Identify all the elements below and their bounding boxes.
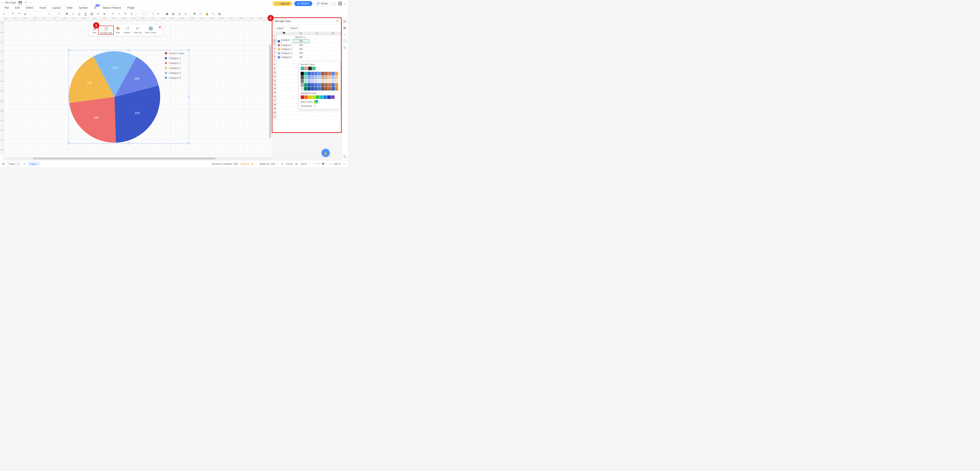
underline-icon[interactable]: U [77, 11, 82, 16]
expand-link[interactable]: Expand [241, 163, 249, 165]
color-swatch[interactable] [308, 75, 311, 79]
color-swatch[interactable] [325, 72, 328, 75]
upgrade-button[interactable]: 🛒Upgrade [273, 1, 293, 6]
cell-value[interactable]: 220 [293, 39, 309, 43]
share-button[interactable]: 🔗Share [314, 1, 330, 6]
help-icon[interactable]: ? [332, 2, 336, 6]
chart-selection-box[interactable]: 220100120150180 Sector's valueCategory 1… [68, 50, 189, 144]
col-header-b[interactable]: B [293, 32, 309, 35]
pages-list-icon[interactable]: ▤ [2, 162, 5, 165]
color-swatch[interactable] [328, 87, 331, 91]
color-swatch[interactable] [325, 79, 328, 83]
menu-edit[interactable]: Edit [15, 6, 20, 10]
color-swatch[interactable] [321, 72, 324, 75]
group-icon[interactable]: ▦ [177, 11, 182, 16]
category-color-swatch[interactable] [278, 48, 280, 50]
color-swatch[interactable] [328, 83, 331, 87]
effects-icon[interactable]: ❂ [192, 11, 197, 16]
color-swatch[interactable] [335, 87, 338, 91]
color-swatch[interactable] [327, 96, 331, 99]
cell-value[interactable]: 120 [293, 51, 309, 55]
color-swatch[interactable] [321, 87, 324, 91]
color-swatch[interactable] [314, 83, 317, 87]
color-swatch[interactable] [335, 75, 338, 79]
color-swatch[interactable] [311, 75, 314, 79]
color-swatch[interactable] [314, 72, 317, 75]
line-style-dropdown[interactable]: ―▾ [135, 11, 144, 16]
cell-empty[interactable] [309, 55, 325, 59]
color-swatch[interactable] [308, 96, 312, 99]
cell-empty[interactable] [325, 39, 341, 43]
highlight-icon[interactable]: ▧ [89, 11, 94, 16]
zoom-out-icon[interactable]: − [309, 163, 311, 165]
color-swatch[interactable] [311, 72, 314, 75]
data-row[interactable]: 5Category 4120 [272, 51, 341, 55]
chart-tool-data-tag[interactable]: 🏷Data tag [132, 26, 143, 35]
ungroup-icon[interactable]: ▧ [183, 11, 188, 16]
menu-insert[interactable]: Insert [40, 6, 46, 10]
color-swatch[interactable] [308, 87, 311, 91]
layer-front-icon[interactable]: ▣ [165, 11, 170, 16]
page-selector[interactable]: Page-1▾ [7, 161, 21, 166]
save-icon[interactable]: 💾 [19, 1, 22, 4]
pin-icon[interactable]: 📌 [158, 26, 161, 29]
menu-layout[interactable]: Layout [52, 6, 60, 10]
menu-file[interactable]: File [5, 6, 9, 10]
add-page-icon[interactable]: + [23, 162, 25, 166]
color-swatch[interactable] [328, 75, 331, 79]
zoom-pct[interactable]: 141% [301, 163, 307, 165]
scrollbar-thumb[interactable] [33, 158, 216, 160]
color-swatch[interactable] [335, 72, 338, 75]
line-color-icon[interactable]: ✎ [123, 11, 128, 16]
rail-history-icon[interactable]: ↻ [344, 46, 346, 49]
color-swatch[interactable] [325, 87, 328, 91]
category-color-swatch[interactable] [278, 52, 280, 54]
crop-icon[interactable]: ▢ [198, 11, 203, 16]
color-swatch[interactable] [328, 79, 331, 83]
cell-empty[interactable] [309, 47, 325, 51]
color-swatch[interactable] [331, 72, 334, 75]
color-swatch[interactable] [314, 79, 317, 83]
color-swatch[interactable] [304, 75, 307, 79]
cell-empty[interactable] [325, 47, 341, 51]
resize-handle-br[interactable] [188, 142, 189, 144]
export-button[interactable]: Export [288, 26, 300, 30]
pie-slice-category-2[interactable] [69, 97, 116, 143]
col-header-d[interactable]: D [325, 32, 341, 35]
cell-category[interactable]: Category 5 [277, 55, 293, 59]
italic-icon[interactable]: I [71, 11, 75, 16]
play-icon[interactable]: ► [295, 163, 298, 165]
zoom-in-icon[interactable]: + [329, 163, 331, 165]
menu-plugin[interactable]: Plugin [127, 6, 135, 10]
resize-handle-mr[interactable] [188, 96, 189, 97]
import-button[interactable]: Import [274, 26, 286, 30]
color-swatch[interactable] [328, 72, 331, 75]
col-header-c[interactable]: C [309, 32, 325, 35]
color-swatch[interactable] [314, 87, 317, 91]
menu-ai[interactable]: AIhot [94, 6, 96, 10]
color-swatch[interactable] [301, 72, 304, 75]
rail-present-icon[interactable]: ▵ [344, 32, 345, 36]
chart-tool-legend[interactable]: 📑Legend [122, 26, 132, 35]
cell-value[interactable]: 180 [293, 43, 309, 47]
color-swatch[interactable] [314, 75, 317, 79]
color-swatch[interactable] [301, 75, 304, 79]
eyedropper-button[interactable]: Eyedropper💉 [301, 105, 338, 107]
avatar-dropdown-icon[interactable]: ▾ [344, 2, 345, 5]
color-swatch[interactable] [325, 75, 328, 79]
canvas-vertical-scrollbar[interactable] [269, 24, 272, 151]
shape-fill-icon[interactable]: ◇ [117, 11, 122, 16]
menu-view[interactable]: View [67, 6, 72, 10]
data-row[interactable]: 4Category 3150 [272, 47, 341, 51]
cell-category[interactable]: Category 4 [277, 51, 293, 55]
chart-tool-data-format[interactable]: 🔢Data Format [143, 26, 158, 35]
color-swatch[interactable] [320, 96, 323, 99]
color-swatch[interactable] [301, 67, 304, 70]
layers-icon[interactable]: ◫ [281, 162, 283, 165]
share-export-icon[interactable]: ↗ [24, 1, 27, 4]
color-swatch[interactable] [311, 87, 314, 91]
color-swatch[interactable] [304, 72, 307, 75]
text-tool-icon[interactable]: T [110, 11, 115, 16]
color-swatch[interactable] [301, 87, 304, 91]
cell-category[interactable]: Category 2 [277, 43, 293, 47]
